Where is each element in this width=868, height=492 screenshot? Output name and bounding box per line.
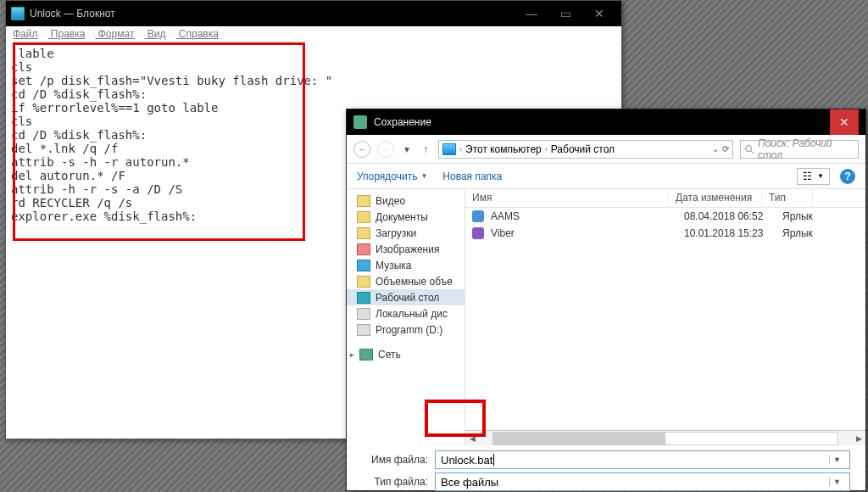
notepad-titlebar[interactable]: Unlock — Блокнот — ▭ ✕ xyxy=(6,1,621,26)
col-name[interactable]: Имя xyxy=(465,189,669,207)
tree-pictures[interactable]: Изображения xyxy=(347,241,465,257)
close-button[interactable]: ✕ xyxy=(830,109,859,135)
tree-documents[interactable]: Документы xyxy=(347,209,465,225)
close-button[interactable]: ✕ xyxy=(582,1,616,26)
filename-label: Имя файла: xyxy=(355,454,428,466)
list-icon: ☷ xyxy=(803,171,812,182)
network-icon xyxy=(359,349,373,361)
menu-file[interactable]: Файл xyxy=(13,28,38,40)
svg-point-0 xyxy=(746,145,752,151)
path-dropdown[interactable]: ⌄ xyxy=(712,144,719,154)
new-folder-button[interactable]: Новая папка xyxy=(442,171,502,182)
back-button[interactable]: ← xyxy=(353,141,370,158)
drive-icon xyxy=(357,324,370,336)
menu-view[interactable]: Вид xyxy=(147,28,166,40)
help-button[interactable]: ? xyxy=(840,169,855,184)
filetype-label: Тип файла: xyxy=(355,476,428,488)
path-field[interactable]: › Этот компьютер › Рабочий стол ⌄ ⟳ xyxy=(438,140,733,159)
tree-network[interactable]: ▸Сеть xyxy=(347,346,465,362)
chevron-down-icon[interactable]: ▼ xyxy=(829,478,844,486)
chevron-right-icon: › xyxy=(459,145,462,154)
col-type[interactable]: Тип xyxy=(762,189,813,207)
save-fields: Имя файла: Unlock.bat ▼ Тип файла: Все ф… xyxy=(347,445,865,492)
menu-edit[interactable]: Правка xyxy=(51,28,86,40)
menu-help[interactable]: Справка xyxy=(179,28,219,40)
folder-tree: Видео Документы Загрузки Изображения Муз… xyxy=(347,189,465,445)
view-control[interactable]: ☷▼ xyxy=(797,168,830,185)
file-list: Имя Дата изменения Тип AAMS 08.04.2018 0… xyxy=(465,189,865,445)
chevron-right-icon: › xyxy=(545,145,548,154)
folder-icon xyxy=(357,211,370,223)
path-desktop[interactable]: Рабочий стол xyxy=(551,143,615,155)
shortcut-icon xyxy=(472,227,484,239)
refresh-button[interactable]: ⟳ xyxy=(722,144,729,154)
save-title: Сохранение xyxy=(374,116,431,128)
save-titlebar[interactable]: Сохранение ✕ xyxy=(347,109,865,135)
save-toolbar: Упорядочить ▼ Новая папка ☷▼ ? xyxy=(347,164,865,189)
tree-volumes[interactable]: Объемные объе xyxy=(347,273,465,289)
address-bar: ← → ▾ ↑ › Этот компьютер › Рабочий стол … xyxy=(347,135,865,164)
search-input[interactable]: Поиск: Рабочий стол xyxy=(740,140,859,159)
tree-desktop[interactable]: Рабочий стол xyxy=(347,289,465,305)
pictures-icon xyxy=(357,243,370,255)
search-placeholder: Поиск: Рабочий стол xyxy=(758,137,854,161)
column-headers: Имя Дата изменения Тип xyxy=(465,189,865,208)
scroll-thumb[interactable] xyxy=(493,433,665,444)
tree-programm[interactable]: Programm (D:) xyxy=(347,321,465,338)
path-computer[interactable]: Этот компьютер xyxy=(465,143,542,155)
scroll-right-icon[interactable]: ▶ xyxy=(852,434,865,443)
organize-button[interactable]: Упорядочить ▼ xyxy=(357,171,427,182)
search-icon xyxy=(744,144,754,154)
filename-input[interactable]: Unlock.bat ▼ xyxy=(435,450,850,469)
notepad-icon xyxy=(11,7,25,20)
folder-icon xyxy=(357,195,370,207)
horizontal-scrollbar[interactable]: ◀ ▶ xyxy=(465,430,865,445)
scroll-left-icon[interactable]: ◀ xyxy=(465,434,479,443)
forward-button[interactable]: → xyxy=(377,141,394,158)
chevron-down-icon[interactable]: ▼ xyxy=(829,456,844,464)
svg-line-1 xyxy=(751,151,754,154)
shortcut-icon xyxy=(472,210,484,222)
music-icon xyxy=(357,260,370,271)
tree-localdisk[interactable]: Локальный дис xyxy=(347,305,465,321)
folder-icon xyxy=(357,227,370,239)
tree-video[interactable]: Видео xyxy=(347,193,465,209)
maximize-button[interactable]: ▭ xyxy=(548,1,582,26)
col-date[interactable]: Дата изменения xyxy=(669,189,762,207)
minimize-button[interactable]: — xyxy=(515,1,548,26)
filetype-select[interactable]: Все файлы ▼ xyxy=(435,472,850,491)
drive-icon xyxy=(357,308,370,320)
tree-music[interactable]: Музыка xyxy=(347,257,465,273)
save-icon xyxy=(353,115,367,129)
recent-dropdown[interactable]: ▾ xyxy=(401,143,413,155)
computer-icon xyxy=(442,143,456,155)
menu-format[interactable]: Формат xyxy=(98,28,135,40)
notepad-title: Unlock — Блокнот xyxy=(30,8,115,20)
desktop-icon xyxy=(357,292,370,304)
tree-downloads[interactable]: Загрузки xyxy=(347,225,465,241)
save-dialog: Сохранение ✕ ← → ▾ ↑ › Этот компьютер › … xyxy=(346,109,866,491)
file-row[interactable]: AAMS 08.04.2018 06:52 Ярлык xyxy=(465,208,865,225)
chevron-right-icon: ▸ xyxy=(350,350,354,359)
file-row[interactable]: Viber 10.01.2018 15:23 Ярлык xyxy=(465,225,865,242)
up-button[interactable]: ↑ xyxy=(420,143,431,155)
folder-icon xyxy=(357,276,370,288)
notepad-menubar: Файл Правка Формат Вид Справка xyxy=(6,26,621,43)
